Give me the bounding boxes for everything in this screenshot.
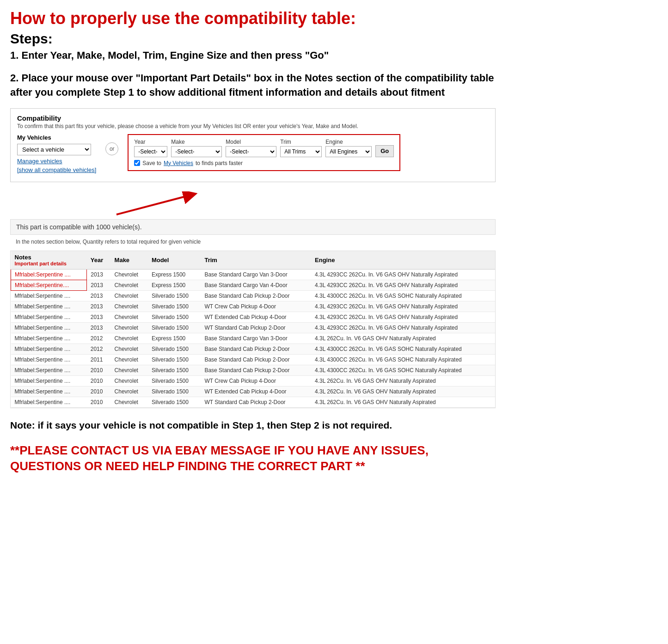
contact-text: **PLEASE CONTACT US VIA EBAY MESSAGE IF … [10,443,496,474]
col-notes: Notes Important part details [11,251,87,270]
col-year: Year [87,251,111,270]
engine-cell: 4.3L 4293CC 262Cu. In. V6 GAS OHV Natura… [311,322,495,333]
table-row: Mfrlabel:Serpentine ....2010ChevroletSil… [11,375,496,386]
year-cell: 2010 [87,397,111,407]
step1-text: 1. Enter Year, Make, Model, Trim, Engine… [10,49,658,63]
table-row: Mfrlabel:Serpentine ....2013ChevroletExp… [11,269,496,280]
model-cell: Silverado 1500 [148,386,201,397]
compat-title: Compatibility [17,114,489,122]
notes-cell: Mfrlabel:Serpentine .... [11,343,87,354]
year-cell: 2010 [87,375,111,386]
model-cell: Express 1500 [148,333,201,343]
make-cell: Chevrolet [111,290,148,301]
engine-cell: 4.3L 262Cu. In. V6 GAS OHV Naturally Asp… [311,375,495,386]
manage-vehicles-link[interactable]: Manage vehicles [17,158,96,165]
table-row: Mfrlabel:Serpentine ....2012ChevroletSil… [11,343,496,354]
col-notes-label: Notes [15,254,83,261]
save-checkbox-row: Save to My Vehicles to finds parts faste… [134,160,394,166]
model-cell: Silverado 1500 [148,375,201,386]
col-notes-sublabel: Important part details [15,261,83,266]
compat-info-bar: This part is compatible with 1000 vehicl… [10,219,496,235]
notes-cell: Mfrlabel:Serpentine .... [11,290,87,301]
make-cell: Chevrolet [111,354,148,365]
trim-cell: WT Crew Cab Pickup 4-Door [201,375,311,386]
engine-cell: 4.3L 262Cu. In. V6 GAS OHV Naturally Asp… [311,397,495,407]
engine-select[interactable]: All Engines [325,146,372,157]
trim-select[interactable]: All Trims [280,146,322,157]
notes-cell: Mfrlabel:Serpentine .... [11,354,87,365]
engine-cell: 4.3L 4300CC 262Cu. In. V6 GAS SOHC Natur… [311,354,495,365]
model-label: Model [226,139,276,145]
trim-field: Trim All Trims [280,139,322,157]
year-cell: 2011 [87,354,111,365]
ymm-form-box: Year -Select- Make -Select- Model - [128,134,400,171]
notes-cell: Mfrlabel:Serpentine.... [11,280,87,290]
go-button[interactable]: Go [375,145,394,157]
make-cell: Chevrolet [111,397,148,407]
make-cell: Chevrolet [111,386,148,397]
table-row: Mfrlabel:Serpentine ....2012ChevroletExp… [11,333,496,343]
ymm-row: Year -Select- Make -Select- Model - [134,139,394,157]
notes-cell: Mfrlabel:Serpentine .... [11,333,87,343]
notes-cell: Mfrlabel:Serpentine .... [11,312,87,322]
main-title: How to properly use the compatibility ta… [10,8,658,28]
engine-cell: 4.3L 4293CC 262Cu. In. V6 GAS OHV Natura… [311,280,495,290]
step2-text: 2. Place your mouse over "Important Part… [10,71,496,100]
year-cell: 2013 [87,301,111,312]
year-cell: 2013 [87,312,111,322]
model-cell: Silverado 1500 [148,354,201,365]
trim-cell: Base Standard Cargo Van 3-Door [201,269,311,280]
compatibility-box: Compatibility To confirm that this part … [10,108,496,182]
model-cell: Silverado 1500 [148,301,201,312]
trim-cell: WT Crew Cab Pickup 4-Door [201,301,311,312]
year-select[interactable]: -Select- [134,146,167,157]
table-row: Mfrlabel:Serpentine....2013ChevroletExpr… [11,280,496,290]
engine-cell: 4.3L 4293CC 262Cu. In. V6 GAS OHV Natura… [311,312,495,322]
engine-label: Engine [325,139,372,145]
vehicles-row: My Vehicles Select a vehicle Manage vehi… [17,134,489,173]
year-cell: 2013 [87,269,111,280]
compat-note: In the notes section below, Quantity ref… [10,237,496,247]
save-checkbox[interactable] [134,160,140,166]
table-row: Mfrlabel:Serpentine ....2013ChevroletSil… [11,301,496,312]
table-row: Mfrlabel:Serpentine ....2013ChevroletSil… [11,312,496,322]
trim-cell: Base Standard Cargo Van 4-Door [201,280,311,290]
table-row: Mfrlabel:Serpentine ....2010ChevroletSil… [11,386,496,397]
make-label: Make [171,139,222,145]
trim-cell: Base Standard Cab Pickup 2-Door [201,343,311,354]
engine-cell: 4.3L 4293CC 262Cu. In. V6 GAS OHV Natura… [311,301,495,312]
year-cell: 2013 [87,280,111,290]
trim-cell: WT Extended Cab Pickup 4-Door [201,386,311,397]
make-field: Make -Select- [171,139,222,157]
engine-cell: 4.3L 262Cu. In. V6 GAS OHV Naturally Asp… [311,333,495,343]
engine-cell: 4.3L 262Cu. In. V6 GAS OHV Naturally Asp… [311,386,495,397]
compat-table: Notes Important part details Year Make M… [11,251,495,408]
make-cell: Chevrolet [111,343,148,354]
year-cell: 2010 [87,386,111,397]
save-my-vehicles-link[interactable]: My Vehicles [164,160,193,166]
model-field: Model -Select- [226,139,276,157]
make-cell: Chevrolet [111,312,148,322]
show-all-link[interactable]: [show all compatible vehicles] [17,166,96,173]
select-vehicle-dropdown[interactable]: Select a vehicle [17,144,91,155]
select-vehicle-row: Select a vehicle [17,144,96,155]
model-cell: Silverado 1500 [148,312,201,322]
make-select[interactable]: -Select- [171,146,222,157]
col-engine: Engine [311,251,495,270]
svg-line-1 [116,195,190,215]
table-row: Mfrlabel:Serpentine ....2013ChevroletSil… [11,290,496,301]
engine-cell: 4.3L 4293CC 262Cu. In. V6 GAS OHV Natura… [311,269,495,280]
year-label: Year [134,139,167,145]
make-cell: Chevrolet [111,333,148,343]
save-text-suffix: to finds parts faster [196,160,243,166]
col-trim: Trim [201,251,311,270]
trim-cell: Base Standard Cargo Van 3-Door [201,333,311,343]
red-arrow [103,191,204,217]
year-field: Year -Select- [134,139,167,157]
model-select[interactable]: -Select- [226,146,276,157]
table-body: Mfrlabel:Serpentine ....2013ChevroletExp… [11,269,496,407]
or-divider: or [105,142,118,155]
save-text-prefix: Save to [142,160,161,166]
table-row: Mfrlabel:Serpentine ....2010ChevroletSil… [11,365,496,375]
engine-field: Engine All Engines [325,139,372,157]
